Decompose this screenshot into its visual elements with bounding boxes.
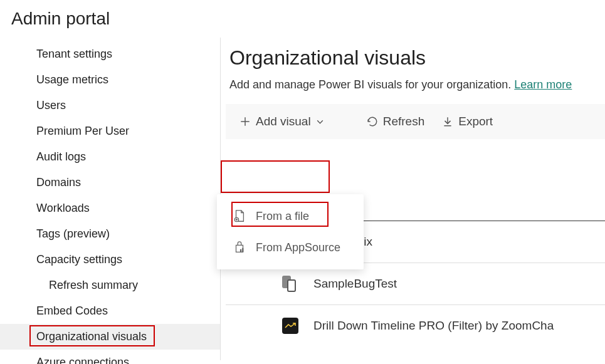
appsource-icon [233, 241, 246, 254]
dropdown-from-file-label: From a file [256, 210, 309, 223]
add-visual-label: Add visual [256, 115, 311, 128]
sidebar-item-workloads[interactable]: Workloads [0, 195, 220, 221]
visual-name: Drill Down Timeline PRO (Filter) by Zoom… [313, 319, 554, 333]
description-text: Add and manage Power BI visuals for your… [229, 78, 514, 91]
sidebar-item-label: Users [36, 99, 66, 112]
sidebar-item-usage-metrics[interactable]: Usage metrics [0, 67, 220, 93]
sidebar-item-label: Organizational visuals [36, 330, 147, 343]
plus-icon [239, 116, 251, 127]
content-title: Organizational visuals [226, 43, 605, 78]
list-item[interactable]: SampleBugTest [226, 263, 605, 305]
chevron-down-icon [316, 118, 324, 126]
sidebar-item-refresh-summary[interactable]: Refresh summary [0, 273, 220, 298]
sidebar-item-label: Tenant settings [36, 48, 112, 60]
sidebar-item-label: Tags (preview) [36, 227, 110, 240]
visual-icon [282, 276, 298, 292]
sidebar-item-label: Workloads [36, 202, 90, 214]
sidebar-item-label: Usage metrics [36, 73, 108, 86]
visual-name: SampleBugTest [313, 277, 397, 291]
dropdown-from-file[interactable]: From a file [217, 200, 364, 232]
refresh-icon [367, 116, 378, 127]
sidebar-item-label: Refresh summary [49, 279, 138, 291]
file-icon [233, 209, 246, 223]
export-button[interactable]: Export [433, 110, 502, 133]
learn-more-link[interactable]: Learn more [514, 78, 572, 91]
add-visual-button[interactable]: Add visual [231, 110, 333, 133]
sidebar-item-embed-codes[interactable]: Embed Codes [0, 298, 220, 324]
content: Organizational visuals Add and manage Po… [221, 38, 605, 360]
sidebar-item-premium-per-user[interactable]: Premium Per User [0, 118, 220, 144]
export-label: Export [458, 115, 493, 128]
list-item[interactable]: Drill Down Timeline PRO (Filter) by Zoom… [226, 305, 605, 346]
svg-rect-7 [240, 249, 241, 252]
toolbar: Add visual Refresh Export [226, 104, 605, 139]
highlight-box [221, 160, 330, 193]
sidebar-item-label: Azure connections [36, 356, 129, 364]
page-title: Admin portal [11, 9, 594, 29]
sidebar-item-label: Embed Codes [36, 304, 108, 317]
sidebar-item-domains[interactable]: Domains [0, 170, 220, 195]
content-description: Add and manage Power BI visuals for your… [226, 78, 605, 98]
add-visual-dropdown: From a file From AppSource [217, 194, 364, 269]
sidebar-item-capacity-settings[interactable]: Capacity settings [0, 247, 220, 273]
sidebar-item-azure-connections[interactable]: Azure connections [0, 350, 220, 364]
sidebar: Tenant settings Usage metrics Users Prem… [0, 38, 221, 360]
header: Admin portal [0, 0, 605, 38]
zigzag-icon [285, 323, 296, 329]
sidebar-item-label: Audit logs [36, 150, 86, 163]
sidebar-item-users[interactable]: Users [0, 93, 220, 118]
dropdown-from-appsource-label: From AppSource [256, 241, 340, 254]
dropdown-from-appsource[interactable]: From AppSource [217, 232, 364, 263]
sidebar-item-organizational-visuals[interactable]: Organizational visuals [0, 324, 220, 350]
sidebar-item-tags[interactable]: Tags (preview) [0, 221, 220, 247]
refresh-button[interactable]: Refresh [358, 110, 434, 133]
sidebar-item-label: Premium Per User [36, 125, 129, 137]
sidebar-item-label: Capacity settings [36, 253, 122, 266]
download-icon [442, 116, 453, 127]
sidebar-item-tenant-settings[interactable]: Tenant settings [0, 41, 220, 67]
main: Tenant settings Usage metrics Users Prem… [0, 38, 605, 360]
svg-rect-8 [242, 248, 243, 252]
refresh-label: Refresh [383, 115, 425, 128]
visual-icon [282, 318, 298, 334]
sidebar-item-label: Domains [36, 176, 81, 189]
sidebar-item-audit-logs[interactable]: Audit logs [0, 144, 220, 170]
